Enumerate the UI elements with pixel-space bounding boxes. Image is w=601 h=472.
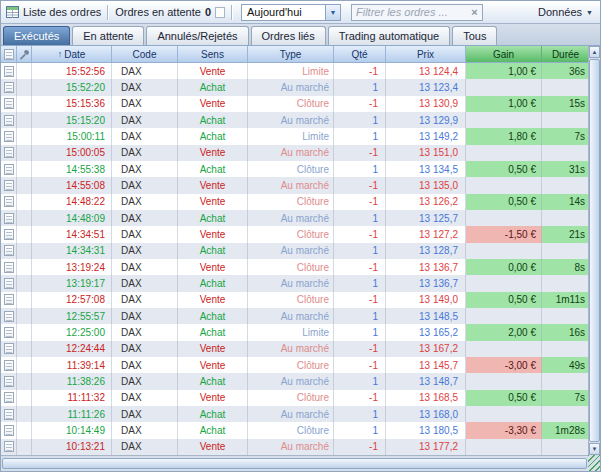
scroll-down-icon[interactable]: ▼: [589, 443, 600, 455]
toolbar-separator: [231, 5, 233, 20]
order-price: 13 180,5: [386, 422, 466, 438]
column-header-duree[interactable]: Durée: [542, 46, 590, 62]
order-price: 13 136,7: [386, 259, 466, 275]
order-gain: 1,00 €: [466, 96, 542, 112]
order-row[interactable]: 15:15:20DAXAchatAu marché113 129,9: [1, 112, 590, 128]
data-menu-button[interactable]: Données ▼: [538, 6, 595, 18]
order-row[interactable]: 14:48:09DAXAchatAu marché113 125,7: [1, 210, 590, 226]
order-duration: [542, 145, 590, 161]
order-time: 13:19:17: [32, 275, 112, 291]
clear-filter-icon[interactable]: ×: [467, 6, 482, 18]
column-header-qte[interactable]: Qté: [334, 46, 386, 62]
chevron-down-icon[interactable]: ▼: [325, 5, 340, 20]
tab-annules-rejetes[interactable]: Annulés/Rejetés: [146, 26, 248, 45]
order-price: 13 149,0: [386, 292, 466, 308]
order-time: 14:55:08: [32, 177, 112, 193]
table-header: ↑ Date Code Sens Type Qté Prix Gain Duré…: [1, 46, 590, 63]
order-note-icon: [4, 376, 14, 387]
order-duration: [542, 112, 590, 128]
order-row[interactable]: 11:11:32DAXVenteClôture-113 168,50,50 €7…: [1, 390, 590, 406]
order-row[interactable]: 14:55:38DAXAchatClôture113 134,50,50 €31…: [1, 161, 590, 177]
order-note-icon: [4, 196, 14, 207]
order-row[interactable]: 12:55:57DAXAchatAu marché113 148,5: [1, 308, 590, 324]
horizontal-scrollbar[interactable]: [1, 455, 588, 471]
order-gain: 0,50 €: [466, 390, 542, 406]
order-price: 13 165,2: [386, 324, 466, 340]
column-header-type[interactable]: Type: [248, 46, 334, 62]
column-header-code[interactable]: Code: [112, 46, 178, 62]
order-row[interactable]: 12:25:00DAXAchatLimite113 165,22,00 €16s: [1, 324, 590, 340]
order-price: 13 123,4: [386, 79, 466, 95]
order-gain: [466, 439, 542, 455]
order-code: DAX: [112, 145, 178, 161]
order-row[interactable]: 15:00:05DAXVenteAu marché-113 151,0: [1, 145, 590, 161]
vertical-scrollbar[interactable]: ▲ ▼: [588, 46, 600, 455]
order-code: DAX: [112, 390, 178, 406]
order-row[interactable]: 13:19:24DAXVenteClôture-113 136,70,00 €8…: [1, 259, 590, 275]
tab-ordres-lies[interactable]: Ordres liés: [251, 26, 326, 45]
order-gain: 0,00 €: [466, 259, 542, 275]
order-qty: 1: [334, 373, 386, 389]
period-select[interactable]: Aujourd'hui ▼: [241, 4, 341, 21]
column-header-date[interactable]: ↑ Date: [32, 46, 112, 62]
order-duration: 31s: [542, 161, 590, 177]
order-duration: 21s: [542, 226, 590, 242]
order-duration: [542, 210, 590, 226]
order-row[interactable]: 11:38:26DAXAchatAu marché113 148,7: [1, 373, 590, 389]
order-row[interactable]: 12:24:44DAXVenteAu marché-113 167,2: [1, 341, 590, 357]
order-gain: [466, 177, 542, 193]
order-type: Limite: [248, 324, 334, 340]
tab-tous[interactable]: Tous: [452, 26, 497, 45]
order-duration: [542, 243, 590, 259]
filter-input[interactable]: [352, 6, 467, 18]
order-qty: -1: [334, 226, 386, 242]
order-row[interactable]: 11:11:26DAXAchatAu marché113 168,0: [1, 406, 590, 422]
order-note-icon: [4, 131, 14, 142]
order-gain: [466, 341, 542, 357]
order-row[interactable]: 15:00:11DAXAchatLimite113 149,21,80 €7s: [1, 128, 590, 144]
column-header-prix[interactable]: Prix: [386, 46, 466, 62]
order-qty: 1: [334, 243, 386, 259]
order-type: Clôture: [248, 357, 334, 373]
order-qty: 1: [334, 79, 386, 95]
tab-en-attente[interactable]: En attente: [72, 26, 144, 45]
order-row[interactable]: 10:14:49DAXAchatClôture113 180,5-3,30 €1…: [1, 422, 590, 438]
order-row[interactable]: 11:39:14DAXVenteClôture-113 145,7-3,00 €…: [1, 357, 590, 373]
order-row[interactable]: 10:13:21DAXVenteAu marché-113 177,2: [1, 439, 590, 455]
order-code: DAX: [112, 161, 178, 177]
pending-orders-count: 0: [205, 6, 211, 18]
order-side: Achat: [178, 275, 248, 291]
orders-list-icon: [6, 6, 19, 18]
column-header-sens[interactable]: Sens: [178, 46, 248, 62]
order-row[interactable]: 14:55:08DAXVenteAu marché-113 135,0: [1, 177, 590, 193]
order-type: Au marché: [248, 145, 334, 161]
order-code: DAX: [112, 341, 178, 357]
order-qty: -1: [334, 177, 386, 193]
order-time: 14:48:09: [32, 210, 112, 226]
column-header-gain[interactable]: Gain: [466, 46, 542, 62]
order-note-icon: [4, 180, 14, 191]
order-qty: 1: [334, 308, 386, 324]
order-type: Clôture: [248, 161, 334, 177]
order-row[interactable]: 14:48:22DAXVenteClôture-113 126,20,50 €1…: [1, 194, 590, 210]
order-row[interactable]: 13:19:17DAXAchatAu marché113 136,7: [1, 275, 590, 291]
order-code: DAX: [112, 406, 178, 422]
order-row[interactable]: 14:34:51DAXVenteClôture-113 127,2-1,50 €…: [1, 226, 590, 242]
scroll-up-icon[interactable]: ▲: [589, 46, 600, 58]
vertical-scrollbar-thumb[interactable]: [589, 59, 600, 442]
order-type: Au marché: [248, 79, 334, 95]
order-time: 11:11:26: [32, 406, 112, 422]
tab-executes[interactable]: Exécutés: [3, 26, 70, 45]
order-type: Limite: [248, 128, 334, 144]
order-row[interactable]: 12:57:08DAXVenteClôture-113 149,00,50 €1…: [1, 292, 590, 308]
order-row[interactable]: 14:34:31DAXAchatAu marché113 128,7: [1, 243, 590, 259]
filter-field: ×: [351, 4, 483, 21]
order-side: Achat: [178, 161, 248, 177]
order-row[interactable]: 15:52:20DAXAchatAu marché113 123,4: [1, 79, 590, 95]
tab-trading-automatique[interactable]: Trading automatique: [328, 26, 451, 45]
horizontal-scrollbar-thumb[interactable]: [2, 458, 587, 469]
order-qty: 1: [334, 112, 386, 128]
order-row[interactable]: 15:15:36DAXVenteClôture-113 130,91,00 €1…: [1, 96, 590, 112]
resize-grip[interactable]: [588, 455, 600, 471]
order-row[interactable]: 15:52:56DAXVenteLimite-113 124,41,00 €36…: [1, 63, 590, 79]
